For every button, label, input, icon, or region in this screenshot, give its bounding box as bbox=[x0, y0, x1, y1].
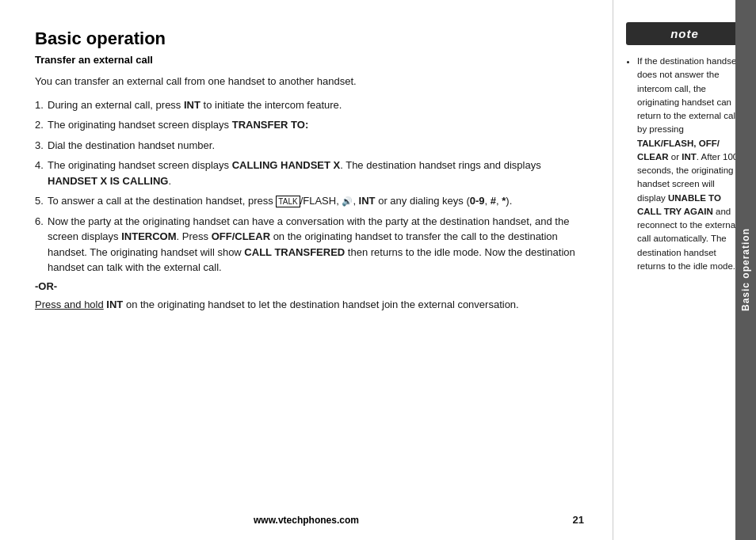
step-num-2: 2. bbox=[35, 117, 44, 133]
step-4: 4. The originating handset screen displa… bbox=[35, 158, 584, 188]
press-hold-line: Press and hold INT on the originating ha… bbox=[35, 297, 584, 313]
press-and-hold-underline: Press and hold bbox=[35, 299, 104, 310]
calling-handset-bold: CALLING HANDSET X bbox=[232, 159, 341, 171]
step-num-6: 6. bbox=[35, 214, 44, 230]
step-1: 1. During an external call, press INT to… bbox=[35, 97, 584, 113]
step-3: 3. Dial the destination handset number. bbox=[35, 138, 584, 154]
intercom-bold: INTERCOM bbox=[121, 230, 176, 242]
intro-text: You can transfer an external call from o… bbox=[35, 74, 584, 89]
main-content: Basic operation Transfer an external cal… bbox=[0, 0, 613, 540]
step-2: 2. The originating handset screen displa… bbox=[35, 117, 584, 133]
star-bold: * bbox=[502, 195, 506, 207]
speaker-icon: 🔊 bbox=[342, 195, 353, 208]
note-bullet: If the destination handset does not answ… bbox=[637, 55, 743, 273]
footer-website: www.vtechphones.com bbox=[0, 515, 613, 526]
section-heading: Transfer an external call bbox=[35, 54, 584, 66]
transfer-to-bold: TRANSFER TO: bbox=[232, 119, 309, 131]
vertical-tab: Basic operation bbox=[735, 0, 756, 540]
int-note-bold: INT bbox=[682, 152, 697, 162]
step-num-1: 1. bbox=[35, 97, 44, 113]
unable-bold: UNABLE TO CALL TRY AGAIN bbox=[637, 193, 721, 216]
vertical-tab-label: Basic operation bbox=[740, 228, 751, 311]
page-title: Basic operation bbox=[35, 29, 584, 49]
int-bold-5: INT bbox=[359, 195, 376, 207]
talk-icon: TALK bbox=[276, 196, 300, 207]
hash-bold: # bbox=[491, 195, 496, 207]
or-label: -OR- bbox=[35, 280, 584, 292]
step-6: 6. Now the party at the originating hand… bbox=[35, 214, 584, 276]
step-num-5: 5. bbox=[35, 193, 44, 209]
off-clear-bold: OFF/CLEAR bbox=[212, 230, 270, 242]
step-5: 5. To answer a call at the destination h… bbox=[35, 193, 584, 209]
step-num-3: 3. bbox=[35, 138, 44, 154]
note-label: note bbox=[626, 22, 743, 45]
handset-calling-bold: HANDSET X IS CALLING bbox=[48, 175, 168, 187]
page-number: 21 bbox=[573, 514, 584, 526]
talk-flash-note-bold: TALK/FLASH, OFF/CLEAR bbox=[637, 139, 720, 162]
dialing-keys-bold: 0-9 bbox=[470, 195, 485, 207]
call-transfered-bold: CALL TRANSFERED bbox=[244, 246, 345, 258]
int-bold-hold: INT bbox=[106, 299, 123, 310]
right-sidebar: note If the destination handset does not… bbox=[613, 0, 756, 540]
page-container: Basic operation Transfer an external cal… bbox=[0, 0, 756, 540]
steps-list: 1. During an external call, press INT to… bbox=[35, 97, 584, 276]
int-bold-1: INT bbox=[184, 99, 200, 111]
step-num-4: 4. bbox=[35, 158, 44, 173]
note-content: If the destination handset does not answ… bbox=[613, 45, 756, 540]
